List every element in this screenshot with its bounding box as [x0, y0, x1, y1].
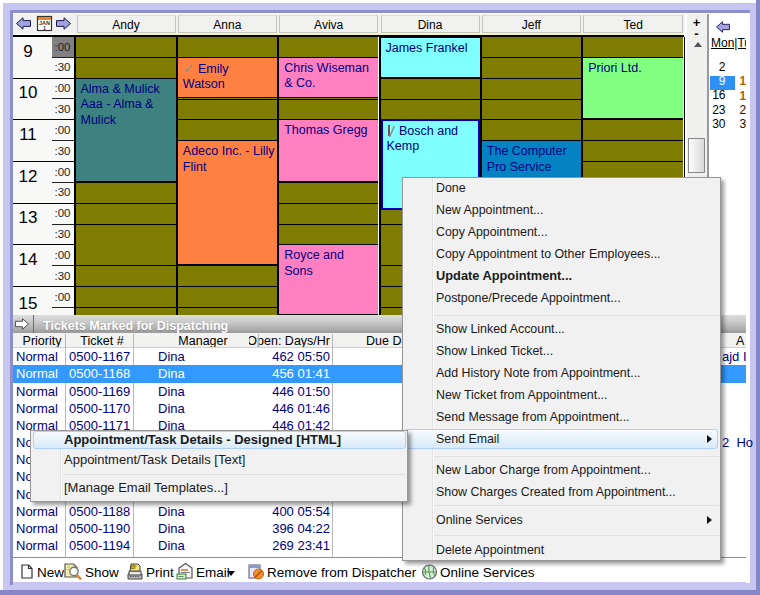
svg-text:1: 1	[43, 25, 46, 31]
